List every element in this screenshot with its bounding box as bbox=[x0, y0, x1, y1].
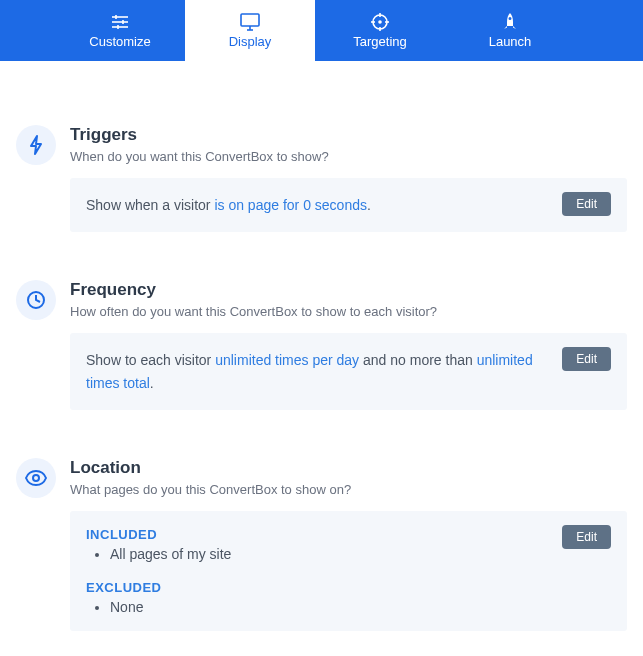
section-title: Location bbox=[70, 458, 627, 478]
list-item: None bbox=[110, 599, 611, 615]
excluded-list: None bbox=[86, 599, 611, 615]
location-section: Location What pages do you this ConvertB… bbox=[16, 458, 627, 631]
tab-label: Customize bbox=[89, 34, 150, 49]
triggers-section: Triggers When do you want this ConvertBo… bbox=[16, 125, 627, 232]
tab-label: Launch bbox=[489, 34, 532, 49]
tab-launch[interactable]: Launch bbox=[445, 0, 575, 61]
frequency-per-day: unlimited times per day bbox=[215, 352, 359, 368]
edit-button[interactable]: Edit bbox=[562, 347, 611, 371]
section-subtitle: When do you want this ConvertBox to show… bbox=[70, 149, 627, 164]
monitor-icon bbox=[240, 13, 260, 31]
tab-label: Targeting bbox=[353, 34, 406, 49]
tab-targeting[interactable]: Targeting bbox=[315, 0, 445, 61]
included-list: All pages of my site bbox=[86, 546, 611, 562]
tab-label: Display bbox=[229, 34, 272, 49]
tab-display[interactable]: Display bbox=[185, 0, 315, 61]
content-area: Triggers When do you want this ConvertBo… bbox=[0, 61, 643, 656]
edit-button[interactable]: Edit bbox=[562, 192, 611, 216]
section-title: Triggers bbox=[70, 125, 627, 145]
bolt-icon bbox=[16, 125, 56, 165]
section-subtitle: How often do you want this ConvertBox to… bbox=[70, 304, 627, 319]
tab-customize[interactable]: Customize bbox=[55, 0, 185, 61]
frequency-card: Show to each visitor unlimited times per… bbox=[70, 333, 627, 410]
trigger-value: is on page for 0 seconds bbox=[214, 197, 367, 213]
list-item: All pages of my site bbox=[110, 546, 611, 562]
location-card: Edit INCLUDED All pages of my site EXCLU… bbox=[70, 511, 627, 631]
eye-icon bbox=[16, 458, 56, 498]
edit-button[interactable]: Edit bbox=[562, 525, 611, 549]
section-title: Frequency bbox=[70, 280, 627, 300]
target-icon bbox=[371, 13, 389, 31]
excluded-heading: EXCLUDED bbox=[86, 580, 611, 595]
triggers-card: Show when a visitor is on page for 0 sec… bbox=[70, 178, 627, 232]
included-heading: INCLUDED bbox=[86, 527, 611, 542]
frequency-summary: Show to each visitor unlimited times per… bbox=[86, 349, 611, 394]
frequency-section: Frequency How often do you want this Con… bbox=[16, 280, 627, 410]
clock-icon bbox=[16, 280, 56, 320]
triggers-summary: Show when a visitor is on page for 0 sec… bbox=[86, 194, 611, 216]
svg-rect-6 bbox=[241, 14, 259, 26]
sliders-icon bbox=[111, 13, 129, 31]
section-subtitle: What pages do you this ConvertBox to sho… bbox=[70, 482, 627, 497]
tab-bar: Customize Display Targeting bbox=[0, 0, 643, 61]
svg-point-16 bbox=[33, 475, 39, 481]
svg-point-14 bbox=[379, 21, 381, 23]
rocket-icon bbox=[502, 13, 518, 31]
